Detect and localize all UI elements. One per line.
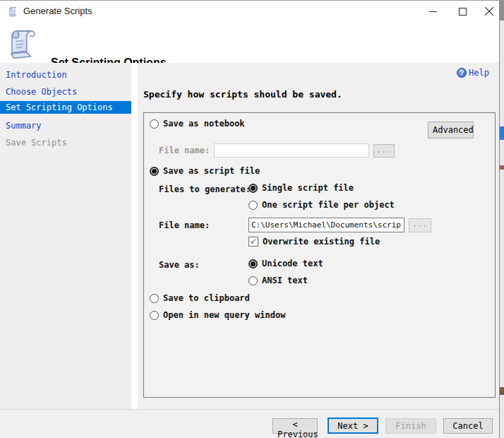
notebook-file-name-input: [214, 143, 369, 158]
advanced-button[interactable]: Advanced: [428, 122, 474, 138]
save-as-notebook-label[interactable]: Save as notebook: [163, 119, 245, 129]
sliver-brown: [500, 387, 504, 395]
previous-button[interactable]: < Previous: [272, 418, 318, 434]
sidebar-item-introduction[interactable]: Introduction: [0, 69, 131, 81]
overwrite-checkbox[interactable]: [248, 237, 258, 247]
ansi-text-radio[interactable]: [248, 276, 258, 285]
single-script-file-label[interactable]: Single script file: [262, 183, 354, 193]
help-link[interactable]: ? Help: [457, 67, 489, 78]
wizard-footer: < Previous Next > Finish Cancel: [0, 409, 499, 438]
per-object-label[interactable]: One script file per object: [262, 200, 395, 210]
save-to-clipboard-radio[interactable]: [150, 294, 159, 303]
notebook-browse-button: ...: [373, 144, 395, 158]
sidebar-divider: [131, 63, 138, 409]
save-as-script-file-radio[interactable]: [150, 167, 159, 176]
sliver-red: [500, 165, 504, 170]
files-to-generate-label: Files to generate:: [159, 184, 251, 194]
sidebar-item-summary[interactable]: Summary: [0, 119, 131, 132]
cancel-button[interactable]: Cancel: [443, 418, 493, 434]
help-label: Help: [469, 68, 489, 78]
minimize-icon: [429, 8, 437, 16]
sidebar-item-set-scripting-options[interactable]: Set Scripting Options: [0, 101, 131, 114]
single-script-file-radio[interactable]: [248, 184, 258, 193]
file-name-input[interactable]: [248, 218, 404, 232]
title-bar: Generate Scripts: [0, 1, 499, 22]
wizard-steps-sidebar: Introduction Choose Objects Set Scriptin…: [0, 63, 131, 409]
sidebar-item-choose-objects[interactable]: Choose Objects: [0, 85, 131, 98]
wizard-header: Set Scripting Options: [0, 22, 499, 63]
scroll-icon-large: [6, 26, 39, 60]
close-icon: [485, 7, 493, 16]
unicode-text-radio[interactable]: [248, 259, 258, 268]
per-object-radio[interactable]: [248, 201, 258, 210]
maximize-icon: [459, 8, 467, 16]
app-scroll-icon: [8, 6, 19, 17]
background-window-sliver: [499, 1, 504, 438]
sliver-dark: [500, 1, 504, 20]
file-name-label: File name:: [159, 220, 210, 230]
save-options-groupbox: Save as notebook Advanced File name: ...…: [143, 112, 496, 398]
save-as-label: Save as:: [159, 260, 200, 270]
next-button[interactable]: Next >: [328, 418, 378, 434]
sliver-blue: [500, 126, 504, 140]
ansi-text-label[interactable]: ANSI text: [262, 276, 308, 285]
page-instruction: Specify how scripts should be saved.: [143, 89, 342, 100]
main-panel: ? Help Specify how scripts should be sav…: [138, 63, 499, 409]
unicode-text-label[interactable]: Unicode text: [262, 259, 323, 268]
finish-button: Finish: [385, 418, 436, 434]
window-title: Generate Scripts: [23, 6, 92, 16]
open-new-query-label[interactable]: Open in new query window: [163, 310, 285, 320]
save-as-notebook-radio[interactable]: [150, 119, 159, 129]
file-browse-button[interactable]: ...: [409, 218, 431, 232]
generate-scripts-window: Generate Scripts: [0, 0, 504, 438]
notebook-file-name-label: File name:: [159, 146, 210, 155]
help-icon: ?: [457, 68, 467, 78]
save-as-script-file-label[interactable]: Save as script file: [163, 166, 260, 176]
sidebar-item-save-scripts: Save Scripts: [0, 136, 131, 149]
save-to-clipboard-label[interactable]: Save to clipboard: [163, 293, 250, 303]
minimize-button[interactable]: [418, 1, 448, 22]
maximize-button[interactable]: [448, 1, 477, 22]
overwrite-label[interactable]: Overwrite existing file: [263, 237, 380, 247]
open-new-query-radio[interactable]: [150, 311, 159, 320]
